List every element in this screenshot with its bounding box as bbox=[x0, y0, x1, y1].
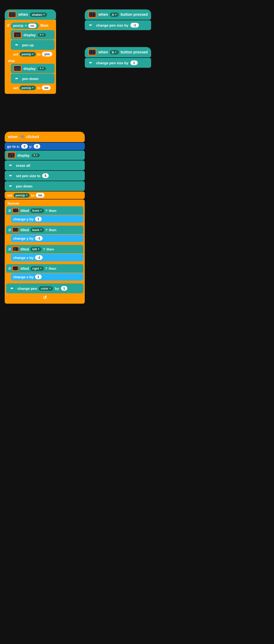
change-pen-size-by-label-2: change pen size by bbox=[96, 61, 129, 65]
no3-pill[interactable]: no bbox=[36, 193, 45, 198]
penup-dropdown-2[interactable]: penUp bbox=[20, 86, 36, 90]
a-label: A bbox=[112, 13, 114, 16]
question-2: ? bbox=[46, 228, 48, 232]
erase-all-block[interactable]: ✏ erase all bbox=[5, 160, 85, 170]
set-penup-no-block[interactable]: set penUp to no bbox=[11, 84, 55, 92]
if-keyword: if bbox=[7, 24, 10, 28]
then-body: display ⠿ ✏ pen up set penUp to bbox=[11, 30, 55, 58]
penup-dropdown-1[interactable]: penUp bbox=[20, 52, 36, 56]
if-label-4: if bbox=[9, 266, 11, 270]
if-tilted-back-block: if tilted back ? bbox=[6, 226, 83, 244]
when-a-pressed-block[interactable]: when A button pressed bbox=[85, 10, 151, 20]
question-3: ? bbox=[43, 247, 45, 251]
penup-dropdown-label-3: penUp bbox=[16, 194, 25, 197]
go-to-label: go to x: bbox=[7, 144, 20, 148]
change-pen-size-minus1-block[interactable]: ✏ change pen size by -1 bbox=[85, 20, 151, 30]
x-plus1-pill[interactable]: 1 bbox=[35, 274, 42, 279]
penup-var: penUp bbox=[13, 24, 24, 28]
no-pill[interactable]: no bbox=[28, 24, 37, 28]
plus1-pill[interactable]: 1 bbox=[130, 60, 138, 65]
color-dropdown[interactable]: color bbox=[39, 286, 53, 291]
erase-all-label: erase all bbox=[16, 164, 30, 168]
display-block-1[interactable]: display ⠿ bbox=[11, 30, 55, 40]
a-dropdown[interactable]: A bbox=[110, 12, 119, 17]
when-shaken-block[interactable]: when shaken bbox=[5, 10, 56, 20]
microbit-icon bbox=[8, 11, 17, 18]
x-minus1-pill[interactable]: -1 bbox=[35, 255, 43, 260]
change-x-plus1-block[interactable]: change x by 1 bbox=[11, 273, 83, 280]
pen-size-5-pill[interactable]: 5 bbox=[42, 173, 49, 178]
pen-down-block-2[interactable]: ✏ pen down bbox=[5, 181, 85, 191]
microbit-icon-6 bbox=[7, 152, 16, 158]
when-b-label: when bbox=[98, 50, 108, 54]
pen-size-5-value: 5 bbox=[45, 174, 46, 178]
flag-icon: 🏁 bbox=[20, 135, 24, 139]
display-block-3[interactable]: display ⠿ bbox=[5, 150, 85, 160]
right-dropdown[interactable]: right bbox=[30, 266, 44, 271]
display-dropdown-2[interactable]: ⠿ bbox=[38, 67, 46, 70]
if-label-3: if bbox=[9, 247, 11, 251]
if-tilted-front-block: if tilted front ? bbox=[6, 206, 83, 225]
change-y-plus1-block[interactable]: change y by 1 bbox=[11, 215, 83, 223]
change-pen-size-plus1-block[interactable]: ✏ change pen size by 1 bbox=[85, 58, 151, 68]
change-x-minus1-block[interactable]: change x by -1 bbox=[11, 254, 83, 261]
back-dropdown[interactable]: back bbox=[30, 228, 44, 232]
display-label-2: display bbox=[24, 66, 36, 70]
pen-icon-4: ✏ bbox=[87, 59, 94, 66]
display-dropdown-1[interactable]: ⠿ bbox=[38, 33, 46, 37]
no2-pill[interactable]: no bbox=[42, 86, 51, 90]
to-label-1: to bbox=[37, 52, 41, 56]
pen-icon-6: ✏ bbox=[7, 172, 14, 179]
penup-dropdown-3[interactable]: penUp bbox=[14, 193, 30, 198]
b-dropdown[interactable]: B bbox=[110, 50, 119, 54]
y-minus1-pill[interactable]: -1 bbox=[35, 236, 43, 240]
set-pen-size-label: set pen size to bbox=[16, 174, 40, 178]
go-to-block[interactable]: go to x: 0 y: 0 bbox=[5, 142, 85, 150]
set-penup-no-block-2[interactable]: set penUp to no bbox=[5, 192, 85, 199]
pen-icon-2: ✏ bbox=[13, 75, 20, 82]
tilted-label-4: tilted bbox=[21, 266, 29, 270]
pen-down-block-1[interactable]: ✏ pen down bbox=[11, 74, 55, 84]
if-tilted-right-header[interactable]: if tilted right ? bbox=[6, 264, 83, 272]
change-y-minus1-block[interactable]: change y by -1 bbox=[11, 234, 83, 242]
set-penup-yes-block[interactable]: set penUp to yes bbox=[11, 50, 55, 58]
microbit-icon-8 bbox=[12, 227, 19, 232]
change-pen-color-block[interactable]: ✏ change pen color by 1 bbox=[6, 284, 83, 293]
if-label-2: if bbox=[9, 228, 11, 232]
display-dropdown-3[interactable]: ⠿ bbox=[32, 154, 40, 157]
left-dropdown[interactable]: left bbox=[30, 247, 42, 252]
if-tilted-back-header[interactable]: if tilted back ? bbox=[6, 226, 83, 234]
plus1-label: 1 bbox=[133, 61, 135, 65]
y0-pill[interactable]: 0 bbox=[34, 144, 40, 149]
if-tilted-front-header[interactable]: if tilted front ? bbox=[6, 206, 83, 215]
when-flag-clicked-block[interactable]: when 🏁 clicked bbox=[5, 132, 85, 142]
shaken-dropdown[interactable]: shaken bbox=[30, 12, 47, 17]
minus1-label: -1 bbox=[133, 23, 136, 27]
color-plus1-value: 1 bbox=[63, 286, 65, 290]
color-plus1-pill[interactable]: 1 bbox=[61, 286, 68, 291]
if-tilted-right-block: if tilted right ? bbox=[6, 264, 83, 283]
else-body: display ⠿ ✏ pen down set penUp to bbox=[11, 64, 55, 92]
pen-icon-7: ✏ bbox=[7, 182, 14, 190]
microbit-icon-3 bbox=[13, 65, 22, 72]
pen-up-block[interactable]: ✏ pen up bbox=[11, 40, 55, 50]
when-b-pressed-block[interactable]: when B button pressed bbox=[85, 47, 151, 58]
question-4: ? bbox=[45, 266, 47, 270]
if-condition-pill[interactable]: penUp = no bbox=[11, 22, 39, 29]
front-dropdown[interactable]: front bbox=[30, 208, 44, 213]
set-pen-size-block[interactable]: ✏ set pen size to 5 bbox=[5, 171, 85, 181]
microbit-icon-9 bbox=[12, 246, 19, 252]
minus1-pill[interactable]: -1 bbox=[130, 23, 139, 28]
y-plus1-pill[interactable]: 1 bbox=[35, 217, 42, 221]
display-block-2[interactable]: display ⠿ bbox=[11, 64, 55, 73]
if-back-footer bbox=[6, 242, 83, 244]
if-tilted-left-header[interactable]: if tilted left ? bbox=[6, 245, 83, 253]
if-right-body: change x by 1 bbox=[11, 272, 83, 281]
yes-pill[interactable]: yes bbox=[42, 52, 52, 56]
repeat-icon: ↺ bbox=[6, 294, 84, 301]
equals-sign: = bbox=[25, 24, 27, 28]
if-condition-row: if penUp = no then bbox=[6, 21, 55, 30]
pen-icon-5: ✏ bbox=[7, 162, 14, 169]
right-label: right bbox=[32, 267, 39, 270]
x0-pill[interactable]: 0 bbox=[21, 144, 28, 149]
